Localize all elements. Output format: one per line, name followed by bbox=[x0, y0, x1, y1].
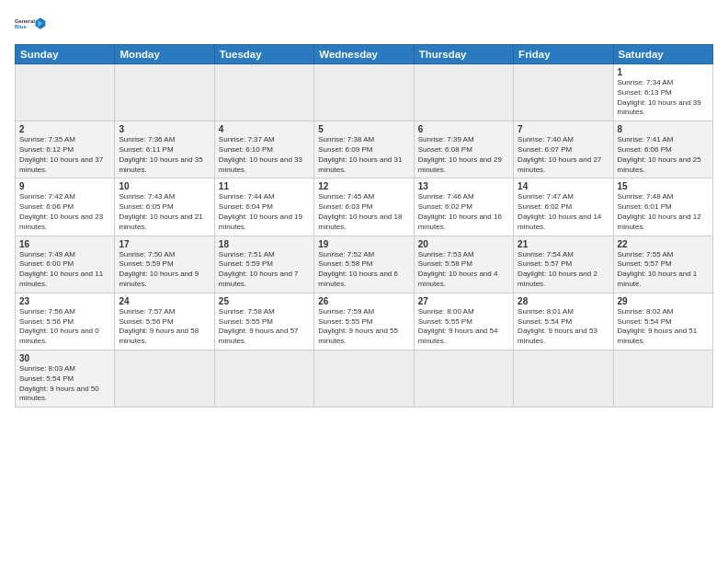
day-number: 18 bbox=[219, 239, 310, 249]
calendar-cell: 23Sunrise: 7:56 AM Sunset: 5:56 PM Dayli… bbox=[16, 293, 115, 350]
day-number: 21 bbox=[518, 239, 609, 249]
day-info: Sunrise: 7:40 AM Sunset: 6:07 PM Dayligh… bbox=[518, 135, 609, 175]
calendar-cell: 18Sunrise: 7:51 AM Sunset: 5:59 PM Dayli… bbox=[214, 236, 313, 293]
day-info: Sunrise: 7:38 AM Sunset: 6:09 PM Dayligh… bbox=[318, 135, 409, 175]
calendar-cell: 28Sunrise: 8:01 AM Sunset: 5:54 PM Dayli… bbox=[514, 293, 613, 350]
day-number: 8 bbox=[618, 124, 709, 134]
day-number: 14 bbox=[518, 181, 609, 191]
day-info: Sunrise: 8:01 AM Sunset: 5:54 PM Dayligh… bbox=[518, 307, 609, 347]
calendar-header-tuesday: Tuesday bbox=[214, 45, 313, 64]
day-info: Sunrise: 7:48 AM Sunset: 6:01 PM Dayligh… bbox=[618, 192, 709, 232]
calendar-cell: 15Sunrise: 7:48 AM Sunset: 6:01 PM Dayli… bbox=[613, 178, 712, 236]
day-info: Sunrise: 7:52 AM Sunset: 5:58 PM Dayligh… bbox=[318, 250, 409, 290]
day-number: 25 bbox=[219, 296, 310, 306]
day-number: 24 bbox=[119, 296, 210, 306]
calendar-cell: 2Sunrise: 7:35 AM Sunset: 6:12 PM Daylig… bbox=[16, 121, 115, 178]
day-number: 30 bbox=[19, 353, 110, 363]
day-info: Sunrise: 8:03 AM Sunset: 5:54 PM Dayligh… bbox=[19, 364, 110, 404]
logo: GeneralBlue bbox=[15, 11, 48, 37]
calendar-header-friday: Friday bbox=[514, 45, 613, 64]
calendar-cell: 19Sunrise: 7:52 AM Sunset: 5:58 PM Dayli… bbox=[314, 236, 414, 293]
day-number: 15 bbox=[618, 181, 709, 191]
day-number: 6 bbox=[418, 124, 509, 134]
calendar-week-4: 16Sunrise: 7:49 AM Sunset: 6:00 PM Dayli… bbox=[16, 236, 713, 293]
day-info: Sunrise: 7:56 AM Sunset: 5:56 PM Dayligh… bbox=[19, 307, 110, 347]
calendar-header-sunday: Sunday bbox=[16, 45, 115, 64]
day-number: 1 bbox=[618, 67, 709, 77]
calendar-cell: 3Sunrise: 7:36 AM Sunset: 6:11 PM Daylig… bbox=[115, 121, 214, 178]
calendar-cell bbox=[214, 350, 313, 407]
calendar-cell: 26Sunrise: 7:59 AM Sunset: 5:55 PM Dayli… bbox=[314, 293, 414, 350]
calendar-week-6: 30Sunrise: 8:03 AM Sunset: 5:54 PM Dayli… bbox=[16, 350, 713, 407]
day-number: 26 bbox=[318, 296, 409, 306]
day-info: Sunrise: 7:43 AM Sunset: 6:05 PM Dayligh… bbox=[119, 192, 210, 232]
calendar-cell: 25Sunrise: 7:58 AM Sunset: 5:55 PM Dayli… bbox=[214, 293, 313, 350]
day-number: 27 bbox=[418, 296, 509, 306]
day-info: Sunrise: 7:35 AM Sunset: 6:12 PM Dayligh… bbox=[19, 135, 110, 175]
day-number: 19 bbox=[318, 239, 409, 249]
calendar-cell bbox=[414, 350, 513, 407]
calendar-cell bbox=[314, 64, 414, 121]
day-number: 7 bbox=[518, 124, 609, 134]
day-info: Sunrise: 7:46 AM Sunset: 6:02 PM Dayligh… bbox=[418, 192, 509, 232]
header: GeneralBlue bbox=[15, 11, 713, 37]
svg-text:General: General bbox=[15, 18, 35, 24]
day-number: 11 bbox=[219, 181, 310, 191]
day-info: Sunrise: 7:57 AM Sunset: 5:56 PM Dayligh… bbox=[119, 307, 210, 347]
day-number: 5 bbox=[318, 124, 409, 134]
calendar-cell: 21Sunrise: 7:54 AM Sunset: 5:57 PM Dayli… bbox=[514, 236, 613, 293]
calendar-cell bbox=[514, 350, 613, 407]
day-info: Sunrise: 7:54 AM Sunset: 5:57 PM Dayligh… bbox=[518, 250, 609, 290]
calendar-week-1: 1Sunrise: 7:34 AM Sunset: 6:13 PM Daylig… bbox=[16, 64, 713, 121]
day-number: 13 bbox=[418, 181, 509, 191]
day-info: Sunrise: 7:55 AM Sunset: 5:57 PM Dayligh… bbox=[618, 250, 709, 290]
day-number: 16 bbox=[19, 239, 110, 249]
day-info: Sunrise: 7:58 AM Sunset: 5:55 PM Dayligh… bbox=[219, 307, 310, 347]
calendar-cell bbox=[16, 64, 115, 121]
calendar-cell: 8Sunrise: 7:41 AM Sunset: 6:06 PM Daylig… bbox=[613, 121, 712, 178]
day-info: Sunrise: 7:50 AM Sunset: 5:59 PM Dayligh… bbox=[119, 250, 210, 290]
day-info: Sunrise: 7:42 AM Sunset: 6:06 PM Dayligh… bbox=[19, 192, 110, 232]
calendar-cell: 7Sunrise: 7:40 AM Sunset: 6:07 PM Daylig… bbox=[514, 121, 613, 178]
calendar-header-saturday: Saturday bbox=[613, 45, 712, 64]
day-number: 29 bbox=[618, 296, 709, 306]
calendar-cell bbox=[414, 64, 513, 121]
day-info: Sunrise: 7:44 AM Sunset: 6:04 PM Dayligh… bbox=[219, 192, 310, 232]
day-number: 20 bbox=[418, 239, 509, 249]
calendar-cell: 5Sunrise: 7:38 AM Sunset: 6:09 PM Daylig… bbox=[314, 121, 414, 178]
day-number: 4 bbox=[219, 124, 310, 134]
calendar-cell: 10Sunrise: 7:43 AM Sunset: 6:05 PM Dayli… bbox=[115, 178, 214, 236]
day-number: 17 bbox=[119, 239, 210, 249]
calendar-cell: 12Sunrise: 7:45 AM Sunset: 6:03 PM Dayli… bbox=[314, 178, 414, 236]
calendar-cell: 27Sunrise: 8:00 AM Sunset: 5:55 PM Dayli… bbox=[414, 293, 513, 350]
calendar-header-wednesday: Wednesday bbox=[314, 45, 414, 64]
calendar-cell: 16Sunrise: 7:49 AM Sunset: 6:00 PM Dayli… bbox=[16, 236, 115, 293]
day-number: 12 bbox=[318, 181, 409, 191]
calendar-week-5: 23Sunrise: 7:56 AM Sunset: 5:56 PM Dayli… bbox=[16, 293, 713, 350]
calendar-cell: 9Sunrise: 7:42 AM Sunset: 6:06 PM Daylig… bbox=[16, 178, 115, 236]
day-info: Sunrise: 7:37 AM Sunset: 6:10 PM Dayligh… bbox=[219, 135, 310, 175]
calendar-cell: 4Sunrise: 7:37 AM Sunset: 6:10 PM Daylig… bbox=[214, 121, 313, 178]
day-number: 3 bbox=[119, 124, 210, 134]
calendar-cell: 14Sunrise: 7:47 AM Sunset: 6:02 PM Dayli… bbox=[514, 178, 613, 236]
day-info: Sunrise: 8:02 AM Sunset: 5:54 PM Dayligh… bbox=[618, 307, 709, 347]
calendar-cell: 22Sunrise: 7:55 AM Sunset: 5:57 PM Dayli… bbox=[613, 236, 712, 293]
calendar: SundayMondayTuesdayWednesdayThursdayFrid… bbox=[15, 44, 713, 408]
day-info: Sunrise: 7:59 AM Sunset: 5:55 PM Dayligh… bbox=[318, 307, 409, 347]
day-info: Sunrise: 7:39 AM Sunset: 6:08 PM Dayligh… bbox=[418, 135, 509, 175]
generalblue-logo-icon: GeneralBlue bbox=[15, 11, 48, 37]
calendar-cell: 6Sunrise: 7:39 AM Sunset: 6:08 PM Daylig… bbox=[414, 121, 513, 178]
day-number: 23 bbox=[19, 296, 110, 306]
day-info: Sunrise: 7:34 AM Sunset: 6:13 PM Dayligh… bbox=[618, 78, 709, 118]
calendar-header-thursday: Thursday bbox=[414, 45, 513, 64]
calendar-cell: 20Sunrise: 7:53 AM Sunset: 5:58 PM Dayli… bbox=[414, 236, 513, 293]
calendar-cell: 1Sunrise: 7:34 AM Sunset: 6:13 PM Daylig… bbox=[613, 64, 712, 121]
calendar-cell bbox=[613, 350, 712, 407]
calendar-cell: 11Sunrise: 7:44 AM Sunset: 6:04 PM Dayli… bbox=[214, 178, 313, 236]
calendar-cell: 13Sunrise: 7:46 AM Sunset: 6:02 PM Dayli… bbox=[414, 178, 513, 236]
day-number: 28 bbox=[518, 296, 609, 306]
calendar-cell: 29Sunrise: 8:02 AM Sunset: 5:54 PM Dayli… bbox=[613, 293, 712, 350]
calendar-cell: 17Sunrise: 7:50 AM Sunset: 5:59 PM Dayli… bbox=[115, 236, 214, 293]
calendar-header-row: SundayMondayTuesdayWednesdayThursdayFrid… bbox=[16, 45, 713, 64]
calendar-cell: 30Sunrise: 8:03 AM Sunset: 5:54 PM Dayli… bbox=[16, 350, 115, 407]
